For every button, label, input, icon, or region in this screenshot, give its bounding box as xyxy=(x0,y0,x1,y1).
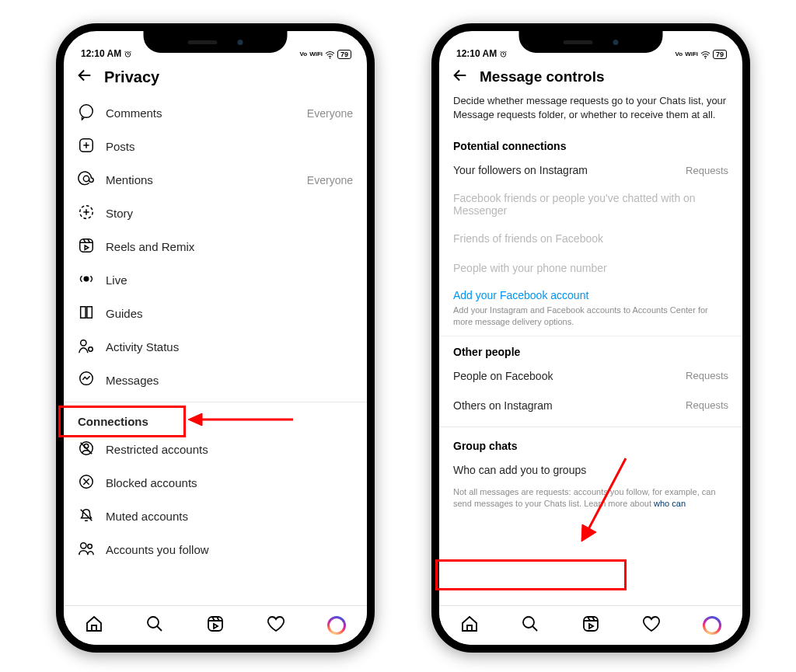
battery-icon: 79 xyxy=(713,50,727,59)
link-who-can[interactable]: who can xyxy=(654,499,686,508)
nav-home[interactable] xyxy=(85,615,103,636)
row-label: People on Facebook xyxy=(453,370,553,382)
instagram-icon xyxy=(703,616,721,635)
nav-search[interactable] xyxy=(521,615,539,636)
phone-notch xyxy=(144,31,288,53)
row-label: Restricted accounts xyxy=(106,443,353,456)
row-label: Others on Instagram xyxy=(453,399,553,412)
phone-notch xyxy=(519,31,663,53)
row-live[interactable]: Live xyxy=(78,263,353,297)
comment-icon xyxy=(78,103,95,123)
row-comments[interactable]: Comments Everyone xyxy=(78,96,353,130)
nav-reels[interactable] xyxy=(206,615,225,636)
nav-search[interactable] xyxy=(145,615,164,636)
nav-home[interactable] xyxy=(460,615,479,636)
row-posts[interactable]: Posts xyxy=(78,130,353,163)
svg-point-20 xyxy=(523,617,534,628)
row-accounts-follow[interactable]: Accounts you follow xyxy=(78,533,353,566)
nav-activity[interactable] xyxy=(642,615,661,636)
wifi-icon xyxy=(700,50,710,59)
row-messages[interactable]: Messages xyxy=(78,364,353,397)
back-button[interactable] xyxy=(76,67,93,87)
row-label: Facebook friends or people you've chatte… xyxy=(453,192,728,217)
row-value: Everyone xyxy=(307,174,353,186)
row-who-add-groups[interactable]: Who can add you to groups xyxy=(453,455,728,485)
row-mentions[interactable]: Mentions Everyone xyxy=(78,163,353,197)
nav-reels[interactable] xyxy=(581,615,600,636)
row-fof: Friends of friends on Facebook xyxy=(453,224,728,253)
blocked-icon xyxy=(78,473,95,493)
svg-point-14 xyxy=(81,543,86,548)
row-value: Requests xyxy=(686,165,728,176)
nav-profile[interactable] xyxy=(327,616,346,635)
row-muted[interactable]: Muted accounts xyxy=(78,500,353,533)
row-people-fb[interactable]: People on Facebook Requests xyxy=(453,361,728,391)
nav-activity[interactable] xyxy=(267,615,285,636)
phone-privacy: 12:10 AM Vo WiFi 79 Privacy Hidden Words… xyxy=(56,23,375,653)
row-fb-friends: Facebook friends or people you've chatte… xyxy=(453,185,728,224)
section-other: Other people xyxy=(453,336,728,361)
alarm-icon xyxy=(124,50,132,58)
nav-profile[interactable] xyxy=(703,616,721,635)
section-group: Group chats xyxy=(453,430,728,455)
row-restricted[interactable]: Restricted accounts xyxy=(78,433,353,466)
link-add-facebook[interactable]: Add your Facebook account xyxy=(453,283,728,303)
row-activity-status[interactable]: Activity Status xyxy=(78,330,353,364)
svg-point-16 xyxy=(148,617,159,628)
bottom-nav xyxy=(64,605,367,645)
description: Decide whether message requests go to yo… xyxy=(453,89,728,131)
section-connections: Connections xyxy=(78,406,353,433)
status-time: 12:10 AM xyxy=(456,48,497,59)
svg-point-1 xyxy=(330,57,331,59)
row-story[interactable]: Story xyxy=(78,197,353,230)
status-time: 12:10 AM xyxy=(81,48,121,59)
svg-point-9 xyxy=(89,347,93,352)
row-guides[interactable]: Guides xyxy=(78,297,353,330)
svg-rect-17 xyxy=(208,617,222,631)
row-label: Accounts you follow xyxy=(106,543,353,556)
row-label: Guides xyxy=(106,307,353,320)
hint-facebook: Add your Instagram and Facebook accounts… xyxy=(439,303,742,336)
live-icon xyxy=(78,270,95,290)
privacy-content: Hidden Words Comments Everyone Posts Men… xyxy=(64,89,367,606)
row-reels[interactable]: Reels and Remix xyxy=(78,230,353,263)
svg-point-4 xyxy=(83,176,89,181)
row-label: Muted accounts xyxy=(106,510,353,523)
at-icon xyxy=(78,170,95,190)
phone-message-controls: 12:10 AM Vo WiFi 79 Message controls Dec… xyxy=(431,23,750,653)
svg-rect-21 xyxy=(584,617,598,631)
svg-point-7 xyxy=(84,277,89,281)
people-icon xyxy=(78,540,95,559)
row-label: Live xyxy=(106,273,353,287)
page-title: Privacy xyxy=(104,68,159,86)
row-label: Who can add you to groups xyxy=(453,464,586,476)
row-label: Comments xyxy=(106,106,296,120)
row-blocked[interactable]: Blocked accounts xyxy=(78,466,353,500)
wifi-label: WiFi xyxy=(309,52,323,57)
svg-rect-6 xyxy=(80,239,93,252)
reels-icon xyxy=(78,237,95,256)
restricted-icon xyxy=(78,440,95,459)
row-value: Requests xyxy=(686,370,728,381)
battery-icon: 79 xyxy=(337,50,351,59)
row-label: Posts xyxy=(106,140,353,153)
guides-icon xyxy=(78,304,95,323)
back-button[interactable] xyxy=(452,67,469,87)
instagram-icon xyxy=(327,616,346,635)
muted-icon xyxy=(78,507,95,526)
alarm-icon xyxy=(499,50,508,58)
row-label: Messages xyxy=(106,374,353,387)
row-label: Reels and Remix xyxy=(106,240,353,253)
activity-icon xyxy=(78,337,95,357)
row-label: Friends of friends on Facebook xyxy=(453,232,603,245)
row-hidden-words[interactable]: Hidden Words xyxy=(78,89,353,96)
row-label: Activity Status xyxy=(106,340,353,353)
row-label: Blocked accounts xyxy=(106,476,353,489)
page-title: Message controls xyxy=(480,68,605,85)
row-others-ig[interactable]: Others on Instagram Requests xyxy=(453,391,728,420)
svg-point-8 xyxy=(81,340,86,346)
network-icon: Vo xyxy=(300,52,308,57)
row-followers[interactable]: Your followers on Instagram Requests xyxy=(453,155,728,185)
hint-groups: Not all messages are requests: accounts … xyxy=(439,485,742,510)
messenger-icon xyxy=(78,371,95,390)
